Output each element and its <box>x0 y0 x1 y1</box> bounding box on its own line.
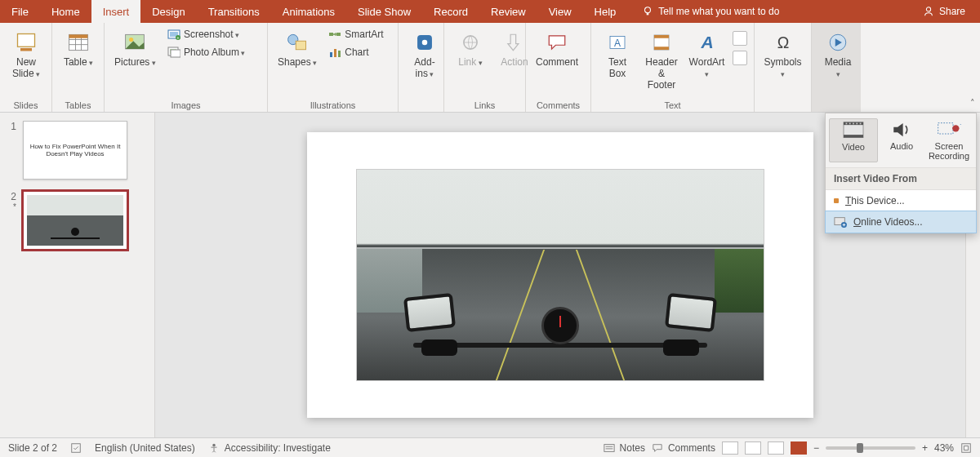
group-label-addins <box>405 109 437 110</box>
tab-transitions[interactable]: Transitions <box>197 0 271 23</box>
svg-rect-24 <box>330 52 332 57</box>
slide-video-placeholder[interactable] <box>356 169 764 381</box>
slide-thumbnail-1[interactable]: How to Fix PowerPoint When It Doesn't Pl… <box>23 121 127 180</box>
tab-design[interactable]: Design <box>140 0 196 23</box>
fit-to-window-button[interactable] <box>960 442 972 454</box>
screenshot-button[interactable]: + Screenshot <box>164 26 249 42</box>
svg-point-2 <box>926 7 930 11</box>
tab-record[interactable]: Record <box>422 0 479 23</box>
link-label: Link <box>458 57 483 69</box>
group-label-text: Text <box>598 99 747 110</box>
group-media: Media <box>812 23 861 112</box>
slide-counter[interactable]: Slide 2 of 2 <box>8 442 57 454</box>
language-indicator[interactable]: English (United States) <box>95 442 195 454</box>
svg-text:Ω: Ω <box>777 33 789 51</box>
zoom-out-button[interactable]: − <box>813 442 819 454</box>
table-label: Table <box>64 57 93 69</box>
video-menu-label: Video <box>842 142 865 152</box>
tab-review[interactable]: Review <box>479 0 537 23</box>
svg-rect-52 <box>604 444 613 451</box>
svg-rect-23 <box>336 33 341 36</box>
shapes-button[interactable]: Shapes <box>274 26 320 69</box>
tab-animations[interactable]: Animations <box>271 0 346 23</box>
photo-album-button[interactable]: Photo Album <box>164 44 249 60</box>
wordart-button[interactable]: A WordArt <box>686 26 728 80</box>
addins-button[interactable]: Add- ins <box>405 26 444 80</box>
reading-view-button[interactable] <box>768 441 784 455</box>
lightbulb-icon <box>642 6 653 17</box>
media-button[interactable]: Media <box>818 26 858 80</box>
pictures-label: Pictures <box>114 57 156 69</box>
group-addins: Add- ins <box>399 23 444 112</box>
group-label-illustrations: Illustrations <box>274 99 391 110</box>
tab-view[interactable]: View <box>537 0 583 23</box>
zoom-slider[interactable] <box>826 446 915 450</box>
screenshot-icon: + <box>167 28 180 41</box>
tab-insert[interactable]: Insert <box>91 0 141 23</box>
slideshow-view-button[interactable] <box>791 441 807 455</box>
chart-label: Chart <box>345 47 368 58</box>
date-time-button[interactable] <box>733 31 747 46</box>
header-footer-button[interactable]: Header & Footer <box>642 26 681 91</box>
spell-check-button[interactable] <box>70 442 82 454</box>
addins-label: Add- ins <box>414 57 434 80</box>
pictures-button[interactable]: Pictures <box>111 26 159 69</box>
media-dropdown-panel: Video Audio + Screen Recording Insert Vi… <box>825 113 977 233</box>
pictures-icon <box>122 29 148 55</box>
sorter-view-button[interactable] <box>745 441 761 455</box>
tell-me-search[interactable]: Tell me what you want to do <box>642 0 779 23</box>
shapes-icon <box>284 29 310 55</box>
zoom-in-button[interactable]: + <box>922 442 928 454</box>
comments-pane-label: Comments <box>668 442 715 454</box>
insert-video-from-header: Insert Video From <box>826 168 976 190</box>
notes-button[interactable]: Notes <box>604 442 645 454</box>
group-images: Pictures + Screenshot Photo Album Images <box>105 23 268 112</box>
collapse-ribbon-button[interactable]: ˄ <box>970 98 975 109</box>
slide-thumbnail-2[interactable] <box>23 191 127 250</box>
audio-menu-button[interactable]: Audio <box>878 118 925 162</box>
online-videos-item[interactable]: Online Videos... <box>825 211 977 233</box>
media-label: Media <box>822 57 854 80</box>
header-footer-label: Header & Footer <box>645 57 678 91</box>
chart-button[interactable]: Chart <box>325 44 386 60</box>
header-footer-icon <box>648 29 675 55</box>
share-label: Share <box>939 6 965 17</box>
online-video-icon <box>834 216 847 228</box>
wordart-icon: A <box>694 29 720 55</box>
link-icon <box>457 29 483 55</box>
link-button[interactable]: Link <box>451 26 490 69</box>
smartart-button[interactable]: SmartArt <box>325 26 386 42</box>
svg-rect-22 <box>329 33 333 36</box>
table-button[interactable]: Table <box>59 26 98 69</box>
symbols-button[interactable]: Ω Symbols <box>761 26 804 80</box>
text-box-button[interactable]: A Text Box <box>598 26 637 80</box>
svg-rect-43 <box>856 123 858 125</box>
action-label: Action <box>501 57 528 69</box>
this-device-item[interactable]: This Device... <box>826 190 976 211</box>
accessibility-label: Accessibility: Investigate <box>225 442 331 454</box>
comment-label: Comment <box>536 57 578 69</box>
comments-pane-button[interactable]: Comments <box>652 442 715 454</box>
comment-button[interactable]: Comment <box>532 26 581 69</box>
normal-view-button[interactable] <box>722 441 738 455</box>
svg-rect-41 <box>849 123 851 125</box>
svg-point-12 <box>129 38 133 42</box>
tab-home[interactable]: Home <box>40 0 91 23</box>
tab-slideshow[interactable]: Slide Show <box>346 0 422 23</box>
tab-help[interactable]: Help <box>583 0 628 23</box>
new-slide-button[interactable]: New Slide <box>7 26 46 80</box>
svg-rect-26 <box>338 51 341 57</box>
svg-rect-42 <box>853 123 854 125</box>
svg-text:+: + <box>176 35 179 40</box>
slide-number-button[interactable] <box>733 51 747 65</box>
share-button[interactable]: Share <box>908 0 980 23</box>
svg-rect-21 <box>296 41 305 50</box>
screen-recording-button[interactable]: + Screen Recording <box>925 118 973 162</box>
zoom-level[interactable]: 43% <box>934 442 954 454</box>
video-menu-button[interactable]: Video <box>829 118 878 162</box>
smartart-label: SmartArt <box>345 29 383 40</box>
accessibility-button[interactable]: Accessibility: Investigate <box>208 442 331 454</box>
tab-file[interactable]: File <box>0 0 40 23</box>
ribbon-insert: New Slide Slides Table Tables Pictures <box>0 23 980 113</box>
current-slide[interactable] <box>307 132 813 418</box>
